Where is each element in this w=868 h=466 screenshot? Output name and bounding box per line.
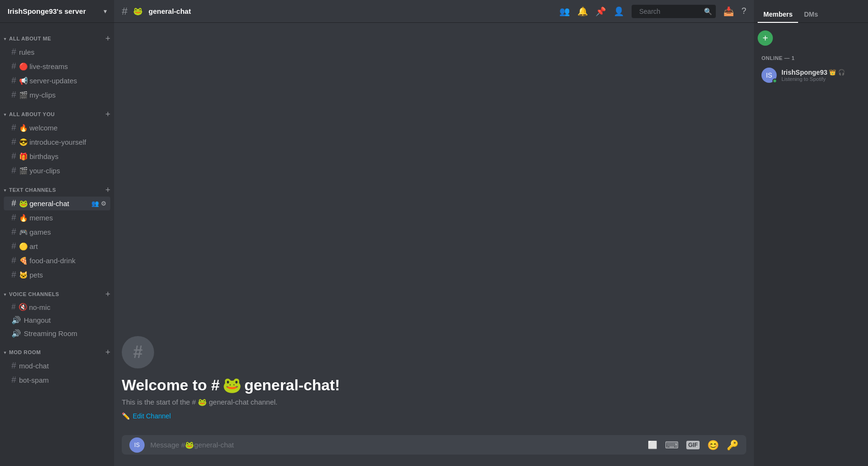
category-chevron-icon: ▾ [4,292,6,297]
channel-action-icons: 👥 ⚙ [91,200,107,207]
voice-channel-streaming-room[interactable]: 🔊 Streaming Room [4,327,110,340]
member-item-irishsponge93[interactable]: IS IrishSponge93 👑 🎧 Listening to Spotif… [758,65,864,86]
channel-my-clips[interactable]: # 🎬 my-clips [4,88,110,102]
add-channel-mod-button[interactable]: + [105,348,110,357]
channel-general-chat[interactable]: # 🐸 general-chat 👥 ⚙ [4,197,110,210]
member-activity: Listening to Spotify [781,76,860,82]
help-icon[interactable]: ? [741,6,746,16]
channel-welcome[interactable]: # 🔥 welcome [4,121,110,135]
search-wrapper: 🔍 [632,5,716,18]
channel-name: live-streams [29,62,107,70]
channel-name: pets [29,271,107,279]
channel-name: introduce-yourself [29,138,107,146]
keyboard-icon[interactable]: ⌨ [665,439,679,451]
channel-games[interactable]: # 🎮 games [4,225,110,239]
right-sidebar-content: + ONLINE — 1 IS IrishSponge93 👑 🎧 Listen… [754,23,868,466]
right-sidebar-tabs: Members DMs [754,0,868,23]
member-info: IrishSponge93 👑 🎧 Listening to Spotify [781,69,860,82]
headphones-icon: 🎧 [838,69,845,76]
add-channel-all-about-you-button[interactable]: + [105,110,110,119]
channel-server-updates[interactable]: # 📢 server-updates [4,74,110,88]
search-input[interactable] [635,6,704,17]
message-input[interactable] [150,435,642,455]
channel-name: rules [19,48,107,56]
server-header[interactable]: IrishSponge93's server ▾ [0,0,114,23]
channel-mod-chat[interactable]: # mod-chat [4,359,110,373]
chevron-down-icon: ▾ [104,8,107,15]
channel-memes[interactable]: # 🔥 memes [4,211,110,225]
welcome-title-channel: general-chat! [244,377,340,394]
category-header-left: ▾ VOICE CHANNELS [4,291,59,297]
welcome-desc-prefix: This is the start of the # [122,398,196,406]
channel-emoji-introduce-yourself: 😎 [19,138,28,147]
category-mod-room[interactable]: ▾ MOD ROOM + [0,340,114,358]
members-icon[interactable]: 👥 [91,200,99,207]
voice-channel-hangout[interactable]: 🔊 Hangout [4,314,110,327]
channel-rules[interactable]: # rules [4,45,110,59]
settings-icon[interactable]: ⚙ [101,200,107,207]
message-input-icons: ⬜ ⌨ GIF 😊 🔑 [648,439,739,451]
voice-channel-name: Streaming Room [24,329,107,337]
message-format-icon[interactable]: ⬜ [648,440,657,449]
hash-icon: # [11,361,16,371]
notifications-header-icon[interactable]: 🔔 [577,6,588,17]
category-chevron-icon: ▾ [4,350,6,355]
welcome-title-prefix: Welcome to # [122,377,220,394]
channel-art[interactable]: # 🟡 art [4,239,110,253]
channel-name: bot-spam [19,376,107,384]
welcome-channel-icon: # [122,336,154,368]
crown-icon: 👑 [829,69,836,76]
inbox-icon[interactable]: 📥 [723,6,734,17]
edit-channel-button[interactable]: ✏️ Edit Channel [122,412,171,420]
category-label-all-about-you: ALL ABOUT YOU [9,111,55,117]
channel-emoji-my-clips: 🎬 [19,91,28,99]
channel-live-streams[interactable]: # 🔴 live-streams [4,59,110,73]
channel-emoji-food-and-drink: 🍕 [19,257,28,265]
chat-messages: # Welcome to # 🐸 general-chat! This is t… [114,23,754,435]
channel-your-clips[interactable]: # 🎬 your-clips [4,164,110,178]
channel-name: general-chat [29,199,91,208]
emoji-icon[interactable]: 😊 [707,439,719,451]
gif-icon[interactable]: GIF [686,441,700,449]
channel-food-and-drink[interactable]: # 🍕 food-and-drink [4,254,110,268]
category-voice-channels[interactable]: ▾ VOICE CHANNELS + [0,282,114,300]
voice-speaker-icon: 🔊 [11,329,21,338]
edit-channel-label: Edit Channel [133,412,171,420]
channel-emoji-your-clips: 🎬 [19,167,28,175]
voice-speaker-icon: 🔊 [11,316,21,325]
members-list-icon[interactable]: 👤 [614,6,624,17]
channel-emoji-memes: 🔥 [19,214,28,222]
channel-pets[interactable]: # 🐱 pets [4,268,110,282]
channel-name: games [29,228,107,236]
hash-icon: # [11,151,16,161]
channel-name: birthdays [29,152,107,160]
tab-members[interactable]: Members [758,7,798,23]
channel-header-title: general-chat [148,7,191,15]
category-text-channels[interactable]: ▾ TEXT CHANNELS + [0,178,114,196]
channel-name: welcome [29,124,107,132]
channel-introduce-yourself[interactable]: # 😎 introduce-yourself [4,135,110,149]
add-channel-all-about-me-button[interactable]: + [105,34,110,43]
pin-header-icon[interactable]: 📌 [595,6,606,17]
hash-icon: # [11,198,16,208]
add-channel-text-button[interactable]: + [105,186,110,194]
hash-icon: # [11,375,16,385]
channel-name: my-clips [29,91,107,99]
channel-birthdays[interactable]: # 🎁 birthdays [4,149,110,163]
category-all-about-you[interactable]: ▾ ALL ABOUT YOU + [0,102,114,120]
channel-name: mod-chat [19,362,107,370]
channel-emoji-birthdays: 🎁 [19,152,28,161]
search-icon: 🔍 [704,8,712,15]
tab-dms[interactable]: DMs [798,7,824,23]
add-channel-voice-button[interactable]: + [105,290,110,298]
key-icon[interactable]: 🔑 [727,439,739,451]
category-all-about-me[interactable]: ▾ ALL ABOUT ME + [0,27,114,45]
channel-name: memes [29,214,107,222]
channels-list: ▾ ALL ABOUT ME + # rules # 🔴 live-stream… [0,23,114,466]
members-header-icon[interactable]: 👥 [559,6,570,17]
channel-bot-spam[interactable]: # bot-spam [4,373,110,387]
add-member-button[interactable]: + [758,30,773,46]
voice-channel-no-mic[interactable]: # 🔇 no-mic [4,301,110,313]
chat-header: # 🐸 general-chat 👥 🔔 📌 👤 🔍 📥 ? [114,0,754,23]
hash-icon: # [11,256,16,266]
